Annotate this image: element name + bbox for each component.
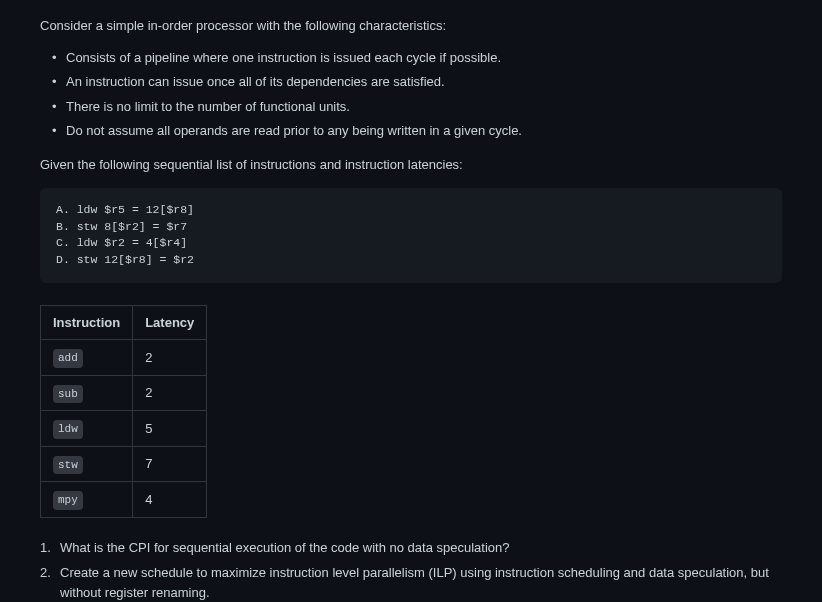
table-row: ldw 5 [41,411,207,447]
instruction-code-block: A. ldw $r5 = 12[$r8] B. stw 8[$r2] = $r7… [40,188,782,283]
table-header-latency: Latency [133,305,207,340]
instr-label: stw [53,456,83,475]
question-2-text: Create a new schedule to maximize instru… [60,565,769,600]
instr-cell: add [41,340,133,376]
instr-label: add [53,349,83,368]
code-line-a: A. ldw $r5 = 12[$r8] [56,202,766,219]
characteristic-item: Do not assume all operands are read prio… [66,121,782,141]
table-row: sub 2 [41,375,207,411]
table-header-row: Instruction Latency [41,305,207,340]
table-header-instruction: Instruction [41,305,133,340]
instr-cell: sub [41,375,133,411]
latency-cell: 5 [133,411,207,447]
question-1: What is the CPI for sequential execution… [56,538,782,558]
code-line-b: B. stw 8[$r2] = $r7 [56,219,766,236]
table-row: add 2 [41,340,207,376]
code-line-c: C. ldw $r2 = 4[$r4] [56,235,766,252]
characteristic-item: An instruction can issue once all of its… [66,72,782,92]
characteristics-list: Consists of a pipeline where one instruc… [40,48,782,141]
questions-list: What is the CPI for sequential execution… [40,538,782,602]
instr-label: ldw [53,420,83,439]
characteristic-item: There is no limit to the number of funct… [66,97,782,117]
instr-cell: stw [41,446,133,482]
instr-label: mpy [53,491,83,510]
table-row: mpy 4 [41,482,207,518]
table-row: stw 7 [41,446,207,482]
latency-cell: 4 [133,482,207,518]
question-2: Create a new schedule to maximize instru… [56,563,782,602]
given-text: Given the following sequential list of i… [40,155,782,175]
instr-label: sub [53,385,83,404]
characteristic-item: Consists of a pipeline where one instruc… [66,48,782,68]
latency-cell: 2 [133,375,207,411]
instr-cell: mpy [41,482,133,518]
intro-text: Consider a simple in-order processor wit… [40,16,782,36]
latency-table: Instruction Latency add 2 sub 2 ldw 5 st… [40,305,207,518]
instr-cell: ldw [41,411,133,447]
latency-cell: 7 [133,446,207,482]
latency-cell: 2 [133,340,207,376]
code-line-d: D. stw 12[$r8] = $r2 [56,252,766,269]
